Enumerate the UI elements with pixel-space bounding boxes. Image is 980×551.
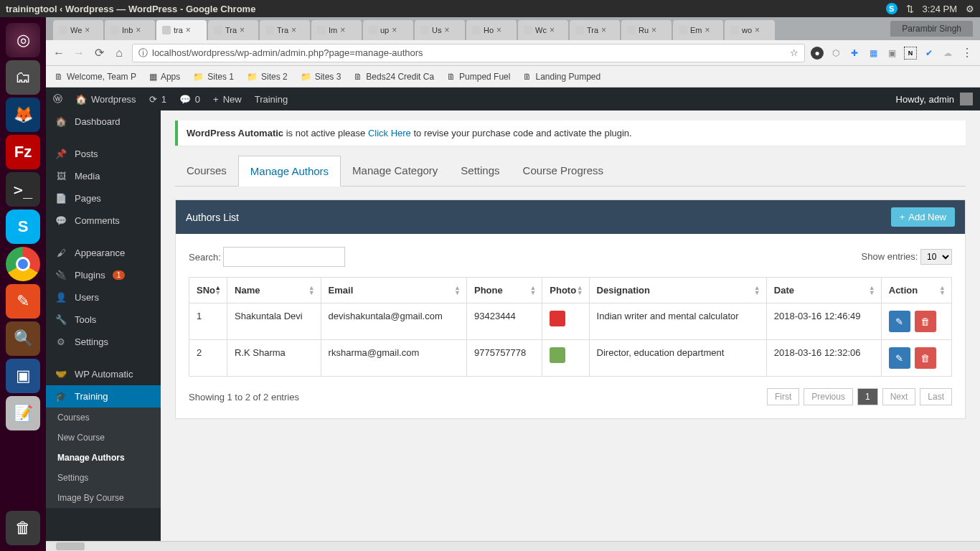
- ext-icon-6[interactable]: N: [904, 47, 917, 60]
- close-icon[interactable]: ×: [651, 25, 656, 35]
- tab-manage-authors[interactable]: Manage Authors: [238, 156, 341, 187]
- skype-icon[interactable]: S: [886, 3, 897, 14]
- bookmark-item[interactable]: ▦Apps: [149, 72, 180, 82]
- ext-icon-2[interactable]: ⬡: [829, 47, 842, 60]
- close-icon[interactable]: ×: [755, 25, 760, 35]
- star-icon[interactable]: ☆: [790, 47, 798, 58]
- pager-page-1[interactable]: 1: [857, 388, 878, 405]
- network-icon[interactable]: ⇅: [906, 4, 914, 14]
- sidebar-item-appearance[interactable]: 🖌Appearance: [46, 242, 161, 264]
- wp-training-link[interactable]: Training: [255, 94, 288, 105]
- wp-comments[interactable]: 💬 0: [179, 94, 200, 105]
- sidebar-item-users[interactable]: 👤Users: [46, 286, 161, 309]
- bookmark-item[interactable]: 📁Sites 3: [301, 72, 341, 82]
- browser-tab[interactable]: Em×: [673, 20, 723, 40]
- launcher-filezilla-icon[interactable]: Fz: [6, 135, 40, 169]
- close-icon[interactable]: ×: [136, 25, 141, 35]
- close-icon[interactable]: ×: [186, 25, 191, 35]
- close-icon[interactable]: ×: [705, 25, 710, 35]
- wp-site-link[interactable]: 🏠 Wordpress: [75, 94, 136, 105]
- edit-button[interactable]: ✎: [889, 347, 910, 369]
- browser-tab[interactable]: Tra×: [208, 20, 258, 40]
- sidebar-item-dashboard[interactable]: 🏠Dashboard: [46, 110, 161, 133]
- ext-icon-7[interactable]: ✔: [923, 47, 936, 60]
- add-new-button[interactable]: + Add New: [891, 207, 955, 227]
- col-phone[interactable]: Phone▲▼: [466, 278, 542, 303]
- clock[interactable]: 3:24 PM: [923, 4, 957, 14]
- submenu-item[interactable]: Image By Course: [46, 488, 161, 508]
- sidebar-item-training[interactable]: 🎓Training: [46, 385, 161, 408]
- pager-prev[interactable]: Previous: [804, 388, 853, 405]
- bookmark-item[interactable]: 🗎Welcome, Team P: [55, 72, 136, 82]
- bookmark-item[interactable]: 🗎Beds24 Credit Ca: [354, 72, 434, 82]
- browser-tab[interactable]: Tra×: [260, 20, 310, 40]
- submenu-item[interactable]: Manage Authors: [46, 448, 161, 468]
- browser-tab[interactable]: Tra×: [570, 20, 620, 40]
- launcher-files-icon[interactable]: 🗂: [6, 60, 40, 95]
- close-icon[interactable]: ×: [496, 25, 501, 35]
- close-icon[interactable]: ×: [85, 25, 90, 35]
- tab-courses[interactable]: Courses: [175, 156, 238, 186]
- browser-tab[interactable]: Ho×: [466, 20, 517, 40]
- launcher-firefox-icon[interactable]: 🦊: [6, 98, 40, 132]
- close-icon[interactable]: ×: [291, 25, 296, 35]
- pager-first[interactable]: First: [767, 388, 799, 405]
- wp-updates[interactable]: ⟳ 1: [149, 94, 166, 105]
- tab-course-progress[interactable]: Course Progress: [512, 156, 616, 186]
- gear-icon[interactable]: ⚙: [966, 4, 974, 14]
- col-sno[interactable]: SNo▲▼: [189, 278, 227, 303]
- search-input[interactable]: [223, 247, 345, 267]
- show-entries-select[interactable]: 10: [920, 249, 952, 265]
- launcher-search-icon[interactable]: 🔍: [6, 321, 40, 356]
- ext-icon-4[interactable]: ▦: [867, 47, 880, 60]
- tab-settings[interactable]: Settings: [449, 156, 511, 186]
- ext-icon-5[interactable]: ▣: [885, 47, 898, 60]
- browser-tab[interactable]: wo×: [725, 20, 775, 40]
- chrome-menu-icon[interactable]: ⋮: [960, 46, 974, 60]
- sidebar-item-posts[interactable]: 📌Posts: [46, 143, 161, 165]
- col-name[interactable]: Name▲▼: [227, 278, 321, 303]
- ext-icon-1[interactable]: ●: [811, 47, 824, 60]
- sidebar-item-plugins[interactable]: 🔌Plugins1: [46, 264, 161, 286]
- launcher-trash-icon[interactable]: 🗑: [6, 511, 40, 545]
- forward-icon[interactable]: →: [72, 47, 86, 60]
- home-icon[interactable]: ⌂: [112, 47, 126, 60]
- sidebar-item-media[interactable]: 🖼Media: [46, 165, 161, 187]
- sidebar-item-settings[interactable]: ⚙Settings: [46, 331, 161, 353]
- bookmark-item[interactable]: 🗎Pumped Fuel: [447, 72, 510, 82]
- browser-tab[interactable]: We×: [53, 20, 103, 40]
- browser-tab[interactable]: up×: [363, 20, 413, 40]
- col-designation[interactable]: Designation▲▼: [589, 278, 766, 303]
- launcher-app-icon[interactable]: ✎: [6, 284, 40, 319]
- close-icon[interactable]: ×: [340, 25, 345, 35]
- bookmark-item[interactable]: 📁Sites 2: [247, 72, 288, 82]
- browser-tab[interactable]: Us×: [415, 20, 465, 40]
- col-email[interactable]: Email▲▼: [321, 278, 466, 303]
- notice-link[interactable]: Click Here: [368, 128, 411, 138]
- launcher-textedit-icon[interactable]: 📝: [6, 396, 40, 430]
- sidebar-item-tools[interactable]: 🔧Tools: [46, 309, 161, 331]
- back-icon[interactable]: ←: [52, 47, 66, 60]
- tab-manage-category[interactable]: Manage Category: [341, 156, 449, 186]
- sidebar-item-pages[interactable]: 📄Pages: [46, 187, 161, 209]
- chrome-user-badge[interactable]: Parambir Singh: [890, 21, 973, 37]
- sidebar-item-comments[interactable]: 💬Comments: [46, 209, 161, 232]
- col-photo[interactable]: Photo▲▼: [542, 278, 589, 303]
- col-action[interactable]: Action▲▼: [881, 278, 951, 303]
- close-icon[interactable]: ×: [550, 25, 555, 35]
- launcher-skype-icon[interactable]: S: [6, 209, 40, 244]
- launcher-virtualbox-icon[interactable]: ▣: [6, 359, 40, 393]
- browser-tab[interactable]: Im×: [311, 20, 362, 40]
- edit-button[interactable]: ✎: [889, 311, 910, 332]
- bookmark-item[interactable]: 🗎Landing Pumped: [523, 72, 600, 82]
- browser-tab[interactable]: Ru×: [621, 20, 672, 40]
- launcher-chrome-icon[interactable]: [6, 247, 40, 281]
- omnibox[interactable]: ⓘ localhost/wordpress/wp-admin/admin.php…: [132, 44, 805, 62]
- ext-icon-3[interactable]: ✚: [848, 47, 861, 60]
- launcher-dash-icon[interactable]: ◎: [6, 23, 40, 57]
- launcher-terminal-icon[interactable]: >_: [6, 172, 40, 207]
- close-icon[interactable]: ×: [392, 25, 397, 35]
- col-date[interactable]: Date▲▼: [766, 278, 881, 303]
- delete-button[interactable]: 🗑: [915, 347, 936, 369]
- avatar[interactable]: [960, 93, 973, 105]
